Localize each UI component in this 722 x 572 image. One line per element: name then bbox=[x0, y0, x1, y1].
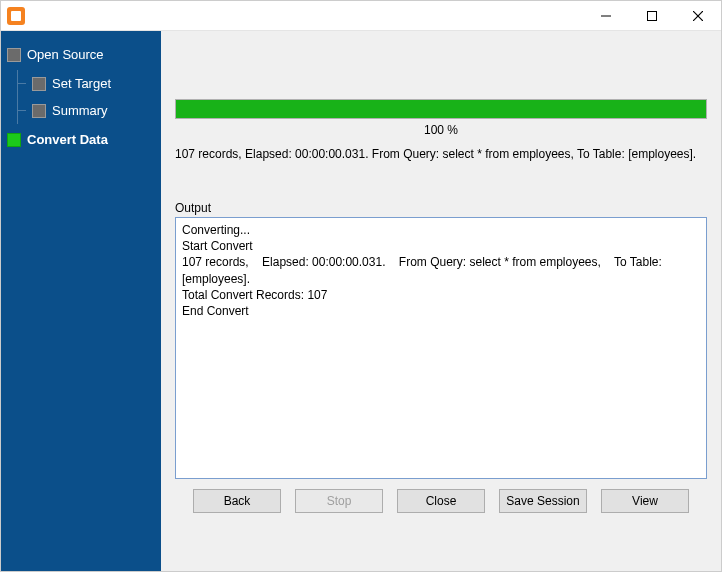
titlebar bbox=[1, 1, 721, 31]
output-textarea[interactable] bbox=[175, 217, 707, 479]
output-label: Output bbox=[175, 201, 707, 215]
output-section: Output bbox=[175, 201, 707, 479]
main-panel: 100 % 107 records, Elapsed: 00:00:00.031… bbox=[161, 31, 721, 571]
minimize-icon bbox=[601, 11, 611, 21]
app-window: Open Source Set Target Summary bbox=[0, 0, 722, 572]
progress-bar bbox=[175, 99, 707, 119]
tree-box-icon-active bbox=[7, 133, 21, 147]
stop-button[interactable]: Stop bbox=[295, 489, 383, 513]
tree-connector bbox=[18, 110, 26, 111]
maximize-icon bbox=[647, 11, 657, 21]
close-button[interactable]: Close bbox=[397, 489, 485, 513]
wizard-sidebar: Open Source Set Target Summary bbox=[1, 31, 161, 571]
window-controls bbox=[583, 1, 721, 30]
tree-connector bbox=[18, 83, 26, 84]
tree-box-icon bbox=[7, 48, 21, 62]
wizard-tree: Open Source Set Target Summary bbox=[7, 43, 155, 151]
titlebar-left bbox=[7, 7, 31, 25]
svg-rect-1 bbox=[648, 12, 657, 21]
window-body: Open Source Set Target Summary bbox=[1, 31, 721, 571]
app-icon bbox=[7, 7, 25, 25]
save-session-button[interactable]: Save Session bbox=[499, 489, 587, 513]
top-spacer bbox=[175, 41, 707, 99]
tree-node-summary[interactable]: Summary bbox=[26, 97, 155, 124]
button-row: Back Stop Close Save Session View bbox=[175, 479, 707, 517]
progress-percent-text: 100 % bbox=[175, 123, 707, 137]
tree-label-active: Convert Data bbox=[27, 132, 108, 147]
back-button[interactable]: Back bbox=[193, 489, 281, 513]
tree-box-icon bbox=[32, 104, 46, 118]
tree-label: Open Source bbox=[27, 47, 104, 62]
maximize-button[interactable] bbox=[629, 1, 675, 31]
tree-label: Set Target bbox=[52, 76, 111, 91]
close-icon bbox=[693, 11, 703, 21]
status-line: 107 records, Elapsed: 00:00:00.031. From… bbox=[175, 147, 707, 161]
view-button[interactable]: View bbox=[601, 489, 689, 513]
progress-section: 100 % bbox=[175, 99, 707, 137]
tree-box-icon bbox=[32, 77, 46, 91]
minimize-button[interactable] bbox=[583, 1, 629, 31]
tree-children: Set Target Summary bbox=[17, 70, 155, 124]
progress-fill bbox=[176, 100, 706, 118]
tree-node-set-target[interactable]: Set Target bbox=[26, 70, 155, 97]
mid-spacer bbox=[175, 161, 707, 201]
tree-node-convert-data[interactable]: Convert Data bbox=[7, 128, 155, 151]
close-window-button[interactable] bbox=[675, 1, 721, 31]
tree-node-open-source[interactable]: Open Source bbox=[7, 43, 155, 66]
tree-label: Summary bbox=[52, 103, 108, 118]
